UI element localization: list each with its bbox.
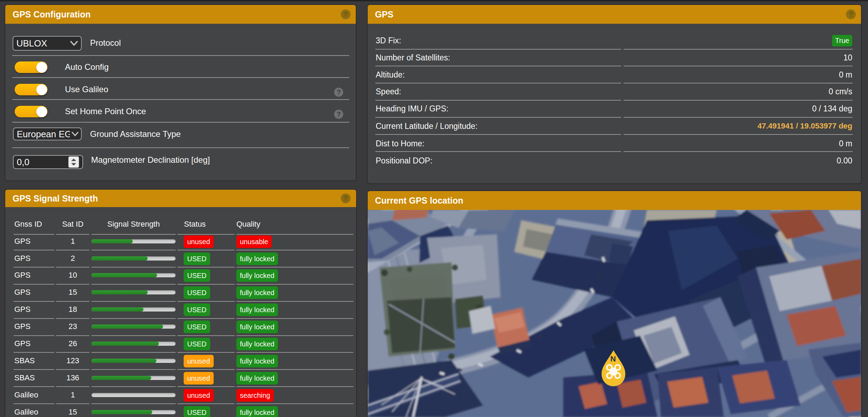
svg-text:N: N xyxy=(610,354,616,363)
